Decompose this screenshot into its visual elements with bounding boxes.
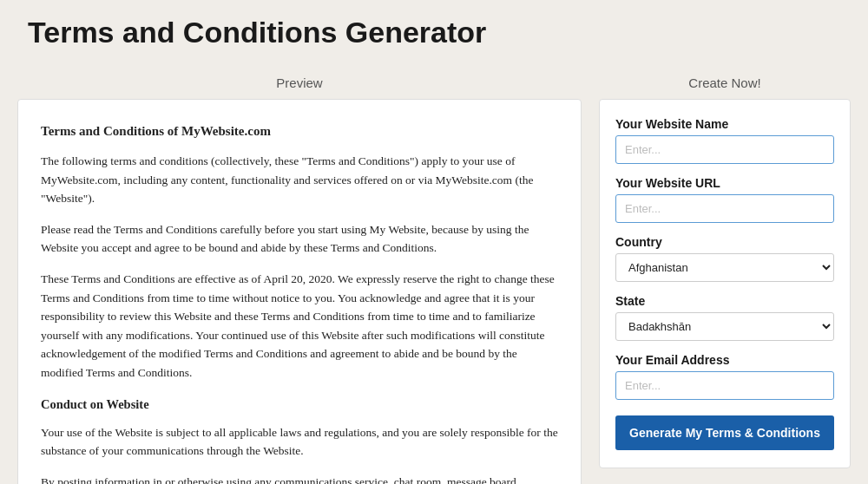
preview-heading: Terms and Conditions of MyWebsite.com: [41, 121, 558, 141]
website-name-label: Your Website Name: [615, 117, 834, 131]
state-group: State Badakhshān: [615, 294, 834, 341]
website-name-input[interactable]: [615, 135, 834, 164]
create-label: Create Now!: [599, 63, 851, 99]
generate-button[interactable]: Generate My Terms & Conditions: [615, 415, 834, 450]
preview-card: Terms and Conditions of MyWebsite.com Th…: [17, 99, 582, 484]
preview-paragraph-4: Your use of the Website is subject to al…: [41, 423, 558, 461]
website-url-input[interactable]: [615, 194, 834, 223]
preview-subheading: Conduct on Website: [41, 395, 558, 415]
email-group: Your Email Address: [615, 353, 834, 400]
preview-section: Preview Terms and Conditions of MyWebsit…: [17, 63, 582, 484]
preview-paragraph-3: These Terms and Conditions are effective…: [41, 270, 558, 383]
main-content: Preview Terms and Conditions of MyWebsit…: [0, 63, 868, 484]
website-url-label: Your Website URL: [615, 176, 834, 190]
header: Terms and Conditions Generator: [0, 0, 868, 63]
page-title: Terms and Conditions Generator: [28, 16, 840, 49]
country-select[interactable]: Afghanistan: [615, 253, 834, 282]
create-section: Create Now! Your Website Name Your Websi…: [599, 63, 851, 468]
state-label: State: [615, 294, 834, 308]
preview-paragraph-1: The following terms and conditions (coll…: [41, 152, 558, 208]
preview-paragraph-2: Please read the Terms and Conditions car…: [41, 220, 558, 258]
website-url-group: Your Website URL: [615, 176, 834, 223]
create-card: Your Website Name Your Website URL Count…: [599, 99, 851, 468]
state-select[interactable]: Badakhshān: [615, 312, 834, 341]
country-group: Country Afghanistan: [615, 235, 834, 282]
website-name-group: Your Website Name: [615, 117, 834, 164]
country-label: Country: [615, 235, 834, 249]
preview-paragraph-5: By posting information in or otherwise u…: [41, 473, 558, 484]
email-input[interactable]: [615, 371, 834, 400]
preview-label: Preview: [17, 63, 582, 99]
email-label: Your Email Address: [615, 353, 834, 367]
